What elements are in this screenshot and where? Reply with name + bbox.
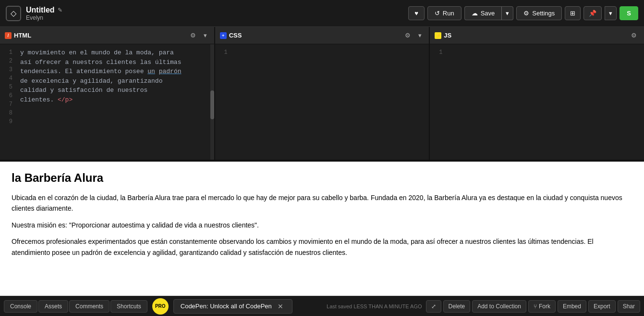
expand-icon: ▾ <box>609 10 612 17</box>
save-arrow-icon: ▾ <box>506 10 509 17</box>
js-label: JS <box>444 32 451 39</box>
edit-title-icon[interactable]: ✎ <box>58 7 62 13</box>
html-dot: / <box>5 32 12 39</box>
heart-icon: ♥ <box>414 10 418 17</box>
logo-area: ◇ Untitled ✎ Evelyn <box>6 6 62 21</box>
pen-title: Untitled <box>26 6 55 14</box>
html-line-numbers: 123456789 <box>0 44 14 160</box>
run-icon: ↺ <box>435 10 440 17</box>
js-settings-icon[interactable]: ⚙ <box>629 31 639 40</box>
expand-button[interactable]: ▾ <box>605 6 617 20</box>
css-label: CSS <box>229 32 242 39</box>
save-group: ☁ Save ▾ <box>464 6 514 20</box>
embed-button[interactable]: Embed <box>558 300 586 313</box>
html-editor-header: / HTML ⚙ ▾ <box>0 27 214 44</box>
css-expand-icon[interactable]: ▾ <box>416 31 424 40</box>
fork-button[interactable]: ⑂ Fork <box>528 300 556 313</box>
css-lang-badge: + CSS <box>220 32 242 39</box>
bottom-bar: Console Assets Comments Shortcuts PRO Co… <box>0 296 644 316</box>
title-area: Untitled ✎ Evelyn <box>26 6 62 21</box>
js-dot: ⚡ <box>435 32 441 39</box>
pro-banner-close-button[interactable]: ✕ <box>276 303 285 310</box>
js-editor-content[interactable]: 1 <box>430 44 644 160</box>
bottom-right-actions: ⤢ Delete Add to Collection ⑂ Fork Embed … <box>426 300 641 313</box>
js-editor-panel: ⚡ JS ⚙ 1 <box>430 27 644 160</box>
html-code-area[interactable]: y movimiento en el mundo de la moda, par… <box>16 44 214 160</box>
username: Evelyn <box>26 14 62 21</box>
settings-button[interactable]: ⚙ Settings <box>516 6 562 20</box>
html-scrollbar[interactable] <box>210 44 214 160</box>
pin-icon: 📌 <box>589 10 596 17</box>
html-label: HTML <box>14 32 31 39</box>
js-line-numbers: 1 <box>430 44 444 160</box>
html-settings-icon[interactable]: ⚙ <box>188 31 198 40</box>
user-initial: S <box>627 10 631 17</box>
html-editor-panel: / HTML ⚙ ▾ 123456789 y movimiento en el … <box>0 27 215 160</box>
heart-button[interactable]: ♥ <box>408 6 425 20</box>
preview-p1: Ubicada en el corazón de la ciudad, la B… <box>12 192 632 214</box>
css-line-numbers: 1 <box>215 44 230 160</box>
external-link-icon: ⤢ <box>431 303 436 310</box>
css-header-actions: ⚙ ▾ <box>402 31 424 40</box>
grid-button[interactable]: ⊞ <box>565 6 581 20</box>
css-editor-content[interactable]: 1 <box>215 44 429 160</box>
pro-badge-container: PRO <box>152 298 169 315</box>
js-editor-header: ⚡ JS ⚙ <box>430 27 644 44</box>
js-header-actions: ⚙ <box>629 31 639 40</box>
external-link-button[interactable]: ⤢ <box>426 300 441 313</box>
css-code-area[interactable] <box>231 44 429 160</box>
save-label: Save <box>481 10 495 17</box>
grid-icon: ⊞ <box>570 10 575 17</box>
css-editor-panel: + CSS ⚙ ▾ 1 <box>215 27 430 160</box>
user-button[interactable]: S <box>620 6 638 20</box>
run-label: Run <box>443 10 454 17</box>
share-button[interactable]: Shar <box>618 300 640 313</box>
console-button[interactable]: Console <box>4 300 37 313</box>
settings-icon: ⚙ <box>523 10 529 17</box>
js-lang-badge: ⚡ JS <box>435 32 451 39</box>
pin-button[interactable]: 📌 <box>583 6 602 20</box>
save-button[interactable]: ☁ Save <box>464 6 502 20</box>
html-scroll-thumb <box>210 90 214 119</box>
settings-label: Settings <box>532 10 555 17</box>
preview-p2: Nuestra misión es: "Proporcionar autoest… <box>12 220 632 230</box>
preview-p3: Ofrecemos profesionales experimentados q… <box>12 236 632 258</box>
css-settings-icon[interactable]: ⚙ <box>402 31 413 40</box>
export-button[interactable]: Export <box>588 300 616 313</box>
html-editor-content[interactable]: 123456789 y movimiento en el mundo de la… <box>0 44 214 160</box>
css-dot: + <box>220 32 227 39</box>
add-collection-button[interactable]: Add to Collection <box>472 300 526 313</box>
delete-button[interactable]: Delete <box>443 300 471 313</box>
saved-status: Last saved LESS THAN A MINUTE AGO <box>327 303 422 309</box>
assets-button[interactable]: Assets <box>38 300 68 313</box>
save-arrow-button[interactable]: ▾ <box>501 6 513 20</box>
pro-banner-text: CodePen: Unlock all of CodePen <box>181 303 272 310</box>
pro-badge[interactable]: PRO <box>152 298 169 315</box>
codepen-logo[interactable]: ◇ <box>6 6 21 21</box>
shortcuts-button[interactable]: Shortcuts <box>110 300 147 313</box>
preview-heading: la Barbería Alura <box>12 171 632 185</box>
top-bar: ◇ Untitled ✎ Evelyn ♥ ↺ Run ☁ Save ▾ <box>0 0 644 27</box>
save-icon: ☁ <box>472 10 478 17</box>
topbar-actions: ♥ ↺ Run ☁ Save ▾ ⚙ Settings ⊞ 📌 ▾ <box>408 6 638 20</box>
run-button[interactable]: ↺ Run <box>427 6 462 20</box>
fork-icon: ⑂ <box>534 303 537 310</box>
html-expand-icon[interactable]: ▾ <box>201 31 209 40</box>
pro-banner: CodePen: Unlock all of CodePen ✕ <box>173 299 292 314</box>
fork-label: Fork <box>539 303 550 310</box>
comments-button[interactable]: Comments <box>69 300 109 313</box>
html-header-actions: ⚙ ▾ <box>188 31 209 40</box>
editors-row: / HTML ⚙ ▾ 123456789 y movimiento en el … <box>0 27 644 162</box>
css-editor-header: + CSS ⚙ ▾ <box>215 27 429 44</box>
html-lang-badge: / HTML <box>5 32 31 39</box>
js-code-area[interactable] <box>446 44 644 160</box>
preview-area: la Barbería Alura Ubicada en el corazón … <box>0 162 644 296</box>
